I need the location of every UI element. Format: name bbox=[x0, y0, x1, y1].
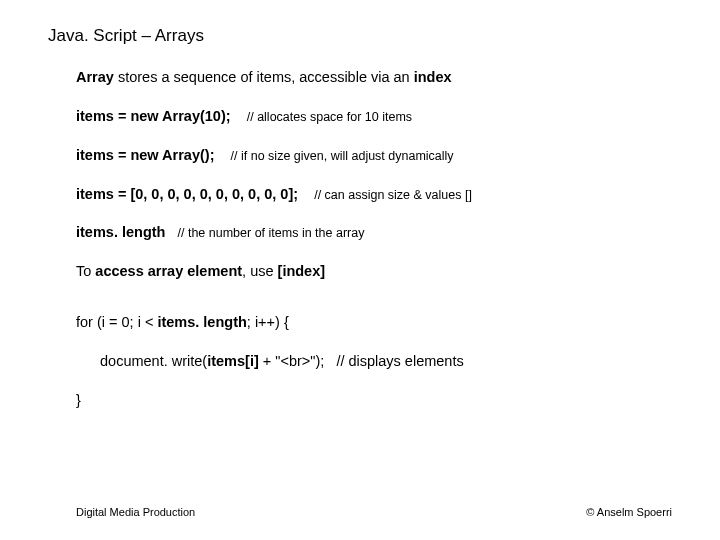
t: items. length bbox=[157, 314, 246, 330]
t: ; i++) { bbox=[247, 314, 289, 330]
footer: Digital Media Production © Anselm Spoerr… bbox=[0, 506, 720, 518]
t: for (i = 0; i < bbox=[76, 314, 157, 330]
t: Array bbox=[76, 69, 114, 85]
t: index bbox=[414, 69, 452, 85]
t: document. write( bbox=[100, 353, 207, 369]
comment: // allocates space for 10 items bbox=[247, 110, 412, 124]
t: [index] bbox=[278, 263, 326, 279]
t: access array element bbox=[95, 263, 242, 279]
for-close: } bbox=[76, 391, 672, 410]
slide-content: Array stores a sequence of items, access… bbox=[48, 68, 672, 410]
code: items = new Array(); bbox=[76, 147, 214, 163]
t: items[i] bbox=[207, 353, 259, 369]
code: items = new Array(10); bbox=[76, 108, 231, 124]
intro-line: Array stores a sequence of items, access… bbox=[76, 68, 672, 87]
code-line: items = new Array(10); // allocates spac… bbox=[76, 107, 672, 126]
t: , use bbox=[242, 263, 277, 279]
t: To bbox=[76, 263, 95, 279]
slide-title: Java. Script – Arrays bbox=[48, 26, 672, 46]
code: items. length bbox=[76, 224, 165, 240]
t: stores a sequence of items, accessible v… bbox=[114, 69, 414, 85]
code: items = [0, 0, 0, 0, 0, 0, 0, 0, 0, 0]; bbox=[76, 186, 298, 202]
comment: // the number of items in the array bbox=[178, 226, 365, 240]
code-line: items. length // the number of items in … bbox=[76, 223, 672, 242]
code-line: items = new Array(); // if no size given… bbox=[76, 146, 672, 165]
comment: // can assign size & values [] bbox=[314, 188, 472, 202]
for-open: for (i = 0; i < items. length; i++) { bbox=[76, 313, 672, 332]
for-body: document. write(items[i] + "<br>"); // d… bbox=[76, 352, 672, 371]
comment: // if no size given, will adjust dynamic… bbox=[231, 149, 454, 163]
comment: // displays elements bbox=[336, 353, 463, 369]
footer-left: Digital Media Production bbox=[76, 506, 195, 518]
access-line: To access array element, use [index] bbox=[76, 262, 672, 281]
code-line: items = [0, 0, 0, 0, 0, 0, 0, 0, 0, 0]; … bbox=[76, 185, 672, 204]
t: + "<br>"); bbox=[259, 353, 325, 369]
footer-right: © Anselm Spoerri bbox=[586, 506, 672, 518]
